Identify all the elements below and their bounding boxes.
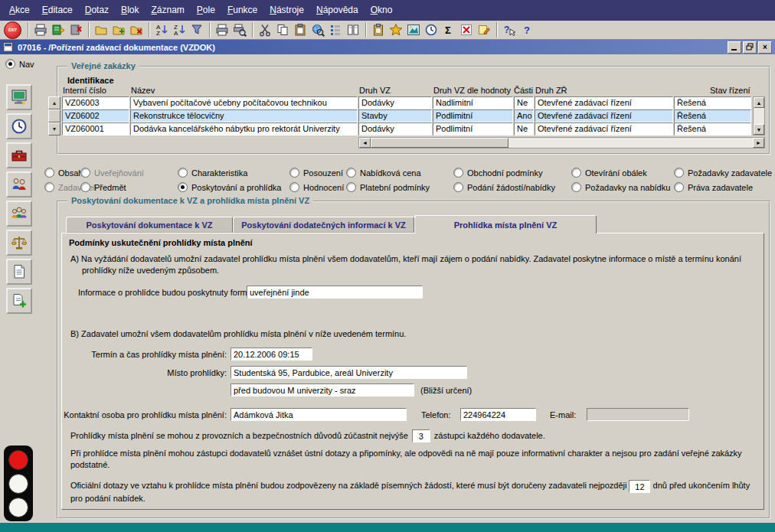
section-radio-otevirani-obalek[interactable]: Otevírání obálek: [571, 168, 647, 178]
section-radio-nabidkova-cena[interactable]: Nabídková cena: [346, 168, 421, 178]
menu-akce[interactable]: Akce: [3, 0, 36, 21]
cell-value-type[interactable]: Podlimitní: [433, 109, 513, 122]
clock-icon[interactable]: [423, 21, 440, 38]
record-selector-up[interactable]: ▲: [48, 96, 60, 109]
print-icon[interactable]: [214, 21, 231, 38]
list-values-icon[interactable]: [327, 21, 344, 38]
help-select-icon[interactable]: ?: [501, 21, 518, 38]
help-icon[interactable]: ?: [518, 21, 535, 38]
close-button[interactable]: ×: [758, 41, 772, 54]
scroll-down-button[interactable]: ▼: [754, 124, 764, 135]
info-form-input[interactable]: [247, 286, 423, 299]
paste-icon[interactable]: [292, 21, 309, 38]
menu-dotaz[interactable]: Dotaz: [79, 0, 115, 21]
menu-zaznam[interactable]: Záznam: [145, 0, 190, 21]
cell-name[interactable]: Vybavení počítačové učebny počítačovou t…: [130, 96, 358, 109]
nav-toggle[interactable]: Nav: [5, 59, 34, 69]
contact-input[interactable]: [231, 408, 407, 421]
toolbox-icon[interactable]: [6, 142, 32, 168]
cell-procedure[interactable]: Otevřené zadávací řízení: [535, 96, 673, 109]
record-insert-icon[interactable]: [110, 21, 127, 38]
phone-input[interactable]: [460, 408, 536, 421]
cell-status[interactable]: Řešená: [674, 122, 751, 135]
cell-internal-number[interactable]: VZ060001: [62, 122, 129, 135]
record-delete-icon[interactable]: [128, 21, 145, 38]
scroll-right-button[interactable]: ►: [753, 138, 764, 148]
table-vscrollbar[interactable]: ▲ ▼: [753, 96, 765, 135]
cell-name[interactable]: Rekonstrukce tělocvičny: [130, 109, 358, 122]
cell-procedure[interactable]: Otevřené zadávací řízení: [535, 122, 673, 135]
cell-type[interactable]: Stavby: [358, 109, 432, 122]
cell-parts[interactable]: Ano: [514, 109, 534, 122]
cell-parts[interactable]: Ne: [514, 96, 534, 109]
cell-procedure[interactable]: Otevřené zadávací řízení: [535, 109, 673, 122]
printer-icon[interactable]: [32, 21, 49, 38]
section-radio-charakteristika[interactable]: Charakteristika: [178, 168, 247, 178]
chart-icon[interactable]: [405, 21, 422, 38]
cut-icon[interactable]: [257, 21, 273, 38]
sort-asc-icon[interactable]: AZ: [153, 21, 170, 38]
cell-value-type[interactable]: Nadlimitní: [433, 96, 513, 109]
section-radio-pozadavky-na-nabidku[interactable]: Požadavky na nabídku: [571, 182, 670, 192]
menu-editace[interactable]: Editace: [36, 0, 79, 21]
exit-button[interactable]: EXIT: [4, 21, 21, 39]
book-close-icon[interactable]: [67, 21, 84, 38]
minimize-button[interactable]: [728, 41, 741, 54]
official-days-input[interactable]: [629, 480, 650, 493]
cell-type[interactable]: Dodávky: [358, 122, 432, 135]
book-open-icon[interactable]: [50, 21, 67, 38]
menu-okno[interactable]: Okno: [365, 0, 399, 21]
section-radio-predmet[interactable]: Předmět: [80, 182, 126, 192]
users-icon[interactable]: [6, 171, 32, 197]
tab-prohlidka-mista-plneni[interactable]: Prohlídka místa plnění VZ: [414, 215, 597, 233]
section-radio-podani-zadosti[interactable]: Podání žádostí/nabídky: [453, 182, 555, 192]
tab-poskytovani-dokumentace[interactable]: Poskytování dokumentace k VZ: [66, 217, 233, 233]
search-globe-icon[interactable]: [309, 21, 326, 38]
section-radio-hodnoceni[interactable]: Hodnocení: [289, 182, 344, 192]
contacts-icon[interactable]: [6, 201, 32, 227]
menu-blok[interactable]: Blok: [115, 0, 145, 21]
section-radio-uverejnovani[interactable]: Uveřejňování: [80, 168, 144, 178]
monitor-icon[interactable]: [6, 84, 32, 110]
document-icon[interactable]: [6, 259, 32, 285]
document-add-icon[interactable]: [6, 288, 32, 314]
menu-funkce[interactable]: Funkce: [221, 0, 263, 21]
clock-nav-icon[interactable]: [6, 113, 32, 139]
notes-icon[interactable]: [476, 21, 492, 38]
section-radio-platebni-podminky[interactable]: Platební podmínky: [346, 182, 430, 192]
restore-button[interactable]: [743, 41, 757, 54]
cell-value-type[interactable]: Podlimitní: [433, 122, 513, 135]
filter-icon[interactable]: [188, 21, 205, 38]
cell-status[interactable]: Řešená: [674, 109, 751, 122]
clipboard-icon[interactable]: [370, 21, 387, 38]
section-radio-obsah[interactable]: Obsah: [44, 168, 83, 178]
record-selector-down[interactable]: ▼: [48, 122, 60, 135]
cell-status[interactable]: Řešená: [674, 96, 751, 109]
menu-napoveda[interactable]: Nápověda: [310, 0, 365, 21]
cell-internal-number[interactable]: VZ06003: [62, 96, 129, 109]
scroll-left-button[interactable]: ◄: [359, 138, 371, 148]
section-radio-prava-zadavatele[interactable]: Práva zadavatele: [674, 182, 753, 192]
menu-pole[interactable]: Pole: [191, 0, 221, 21]
cell-name[interactable]: Dodávka kancelářského nábytku pro rektor…: [130, 122, 358, 135]
term-input[interactable]: [231, 348, 312, 361]
place-detail-input[interactable]: [231, 383, 414, 397]
sort-desc-icon[interactable]: ZA: [171, 21, 188, 38]
table-hscrollbar[interactable]: ◄ ►: [358, 137, 765, 149]
max-representatives-input[interactable]: [412, 429, 430, 442]
cell-type[interactable]: Dodávky: [358, 96, 432, 109]
section-radio-obchodni-podminky[interactable]: Obchodní podmínky: [453, 168, 542, 178]
section-radio-posouzeni[interactable]: Posouzení: [289, 168, 343, 178]
record-selector-current[interactable]: [48, 109, 60, 122]
email-input[interactable]: [587, 408, 689, 421]
section-radio-poskytovani-a-prohlidka[interactable]: Poskytování a prohlídka: [178, 182, 281, 192]
columns-icon[interactable]: [345, 21, 361, 38]
menu-nastroje[interactable]: Nástroje: [263, 0, 310, 21]
cell-internal-number[interactable]: VZ06002: [62, 109, 129, 122]
tab-dodatecne-informace[interactable]: Poskytování dodatečných informací k VZ: [233, 217, 414, 233]
place-input[interactable]: [231, 366, 467, 379]
scroll-up-button[interactable]: ▲: [754, 97, 764, 108]
cancel-icon[interactable]: [458, 21, 475, 38]
record-copy-icon[interactable]: [93, 21, 110, 38]
scroll-thumb[interactable]: [371, 138, 508, 148]
